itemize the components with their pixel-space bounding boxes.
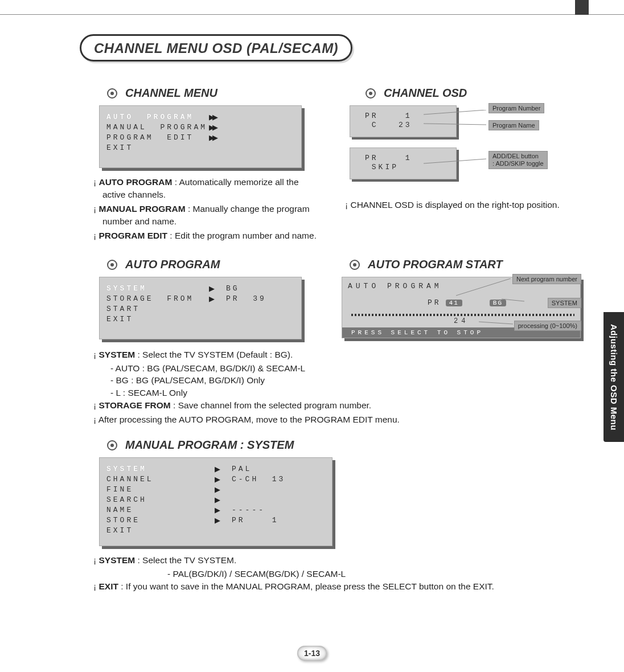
osd-bg-value: BG [490,300,506,306]
heading-channel-menu: CHANNEL MENU [107,87,318,100]
bold-term: STORAGE FROM [98,400,170,410]
bold-term: SYSTEM [98,555,135,565]
heading-auto-program-start: AUTO PROGRAM START [350,258,581,271]
osd-manual-program: SYSTEM▶PAL CHANNEL▶C-CH 13 FINE▶ SEARCH▶… [99,457,332,546]
page-number-text: 1-13 [297,646,327,661]
osd-row-value: C-CH 13 [232,475,285,483]
osd-channel-menu: AUTO PROGRAM▶▶ MANUAL PROGRAM▶▶ PROGRAM … [99,105,302,168]
bold-term: EXIT [98,581,118,591]
sub-text: - L : SECAM-L Only [93,387,576,399]
osd-line: C 23 [365,121,456,130]
bullet-icon [350,260,360,270]
anno-next-program: Next program number [512,274,581,284]
osd-row-label: AUTO PROGRAM [106,113,209,121]
heading-text: AUTO PROGRAM START [368,258,503,271]
arrow-icon: ▶ [215,465,232,473]
arrow-icon: ▶ [215,516,232,525]
arrow-icon: ▶ [209,294,226,303]
progress-bar [351,314,574,316]
arrow-icon: ▶ [215,495,232,504]
bullet-text: : If you want to save in the MANUAL PROG… [118,581,494,591]
bold-term: AUTO PROGRAM [98,177,172,187]
bullet-text: CHANNEL OSD is displayed on the right-to… [350,200,559,210]
osd-auto-program: SYSTEM▶BG STORAGE FROM▶PR 39 START EXIT [99,277,302,339]
arrow-icon: ▶ [215,485,232,494]
osd-channel-small-1: PR 1 C 23 [350,105,457,137]
anno-program-name: Program Name [488,120,539,130]
bullet-text: After processing the AUTO PROGRAM, move … [98,415,400,424]
osd-row-label: FINE [106,485,215,494]
osd-row-value: ----- [232,506,265,514]
osd-row-label: STORAGE FROM [106,294,209,303]
osd-row-label: STORE [106,516,215,525]
osd-row-value: BG [226,284,240,293]
para-channel-osd: CHANNEL OSD is displayed on the right-to… [345,199,576,211]
osd-auto-start: AUTO PROGRAM PR 41 BG 24 PRESS SELECT TO… [342,277,581,338]
osd-row-label: START [106,305,209,313]
osd-line: SKIP [365,163,456,172]
osd-row-label: NAME [106,506,215,514]
osd-line: PR 1 [365,154,456,163]
bold-term: SYSTEM [98,350,135,359]
bullet-icon [107,440,117,450]
para-channel-menu: AUTO PROGRAM : Automatically memorize al… [93,176,318,242]
anno-add-del: ADD/DEL button : ADD/SKIP toggle [488,151,548,169]
sub-text: - AUTO : BG (PAL/SECAM, BG/DK/I) & SECAM… [93,362,576,375]
osd-row-label: EXIT [106,526,215,535]
para-manual-program: SYSTEM : Select the TV SYSTEM. - PAL(BG/… [93,554,576,593]
anno-processing: processing (0~100%) [514,321,581,331]
osd-line: PR 1 [365,112,456,121]
osd-channel-small-2: PR 1 SKIP [350,147,457,179]
heading-auto-program: AUTO PROGRAM [107,258,302,271]
arrow-icon: ▶▶ [209,113,226,121]
osd-row-value: PR 39 [226,294,266,303]
osd-row-label: CHANNEL [106,475,215,483]
page-number: 1-13 [297,645,327,662]
bold-term: MANUAL PROGRAM [98,204,185,214]
arrow-icon: ▶▶ [209,133,226,142]
osd-row-value: PAL [232,465,252,473]
heading-text: MANUAL PROGRAM : SYSTEM [125,439,294,452]
heading-manual-program: MANUAL PROGRAM : SYSTEM [107,439,576,452]
anno-system: SYSTEM [548,298,581,308]
bullet-text: : Select the TV SYSTEM (Default : BG). [135,350,293,359]
para-auto-program: SYSTEM : Select the TV SYSTEM (Default :… [93,349,576,426]
osd-pr-label: PR [428,298,441,307]
osd-row-label: EXIT [106,315,209,323]
bold-term: PROGRAM EDIT [98,231,167,240]
page-top-rule [0,0,624,15]
arrow-icon: ▶ [209,284,226,293]
arrow-icon: ▶ [215,506,232,514]
heading-channel-osd: CHANNEL OSD [366,87,576,100]
bullet-text: : Select the TV SYSTEM. [135,555,236,565]
osd-row-label: PROGRAM EDIT [106,133,209,142]
heading-text: CHANNEL MENU [125,87,217,100]
page-top-marker [575,0,589,15]
heading-text: CHANNEL OSD [384,87,467,100]
bullet-text: : Save channel from the selected program… [171,400,371,410]
osd-pr-value: 41 [446,300,462,306]
side-tab: Adjusting the OSD Menu [604,312,624,442]
sub-text: - PAL(BG/DK/I) / SECAM(BG/DK) / SECAM-L [93,568,576,580]
osd-row-value: PR 1 [232,516,279,525]
osd-row-label: SEARCH [106,495,215,504]
page-content: CHANNEL MENU OSD (PAL/SECAM) CHANNEL MEN… [80,34,576,595]
page-title-pill: CHANNEL MENU OSD (PAL/SECAM) [80,34,352,62]
bullet-icon [366,88,376,99]
osd-row-label: SYSTEM [106,465,215,473]
sub-text: - BG : BG (PAL/SECAM, BG/DK/I) Only [93,374,576,387]
heading-text: AUTO PROGRAM [125,258,220,271]
osd-row-label: SYSTEM [106,284,209,293]
osd-row-label: EXIT [106,144,209,152]
bullet-icon [107,260,117,270]
bullet-icon [107,88,117,99]
bullet-text: : Edit the program number and name. [167,231,317,240]
arrow-icon: ▶▶ [209,123,226,132]
arrow-icon: ▶ [215,475,232,483]
osd-row-label: MANUAL PROGRAM [106,123,209,132]
anno-program-number: Program Number [488,103,544,113]
